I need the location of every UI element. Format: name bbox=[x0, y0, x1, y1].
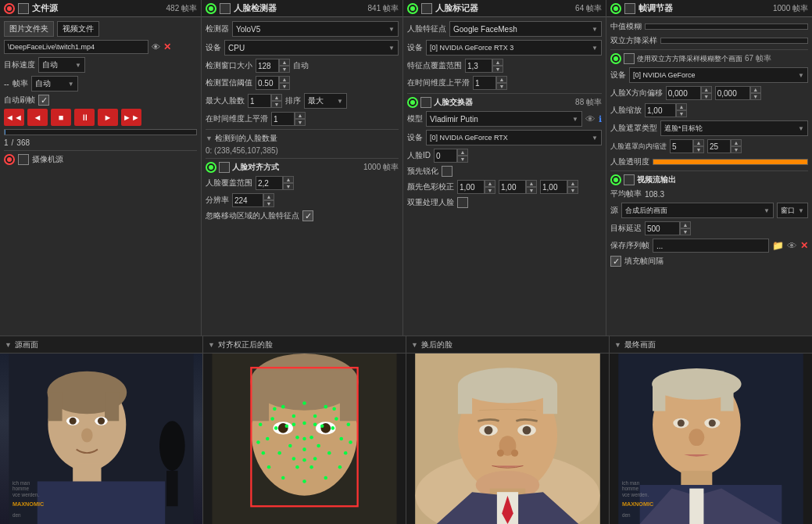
tab-video-file[interactable]: 视频文件 bbox=[57, 21, 99, 37]
stream-power[interactable] bbox=[610, 174, 621, 185]
stream-checkbox[interactable] bbox=[624, 174, 635, 185]
color3-up[interactable]: ▲ bbox=[567, 180, 578, 187]
aligner-checkbox[interactable] bbox=[219, 162, 230, 173]
color3-input[interactable]: 1,00 bbox=[540, 180, 567, 194]
ignore-moving-checkbox[interactable]: ✓ bbox=[302, 210, 313, 221]
save-eye-icon[interactable]: 👁 bbox=[787, 240, 797, 252]
aligner-resolution-down[interactable]: ▼ bbox=[263, 200, 274, 207]
scale-input[interactable]: 1,00 bbox=[645, 103, 676, 117]
file-path-input[interactable]: \DeepFaceLive\twitch1.mp4 bbox=[4, 40, 148, 54]
marker-coverage-down[interactable]: ▼ bbox=[492, 66, 503, 73]
y-offset-input[interactable]: 0,000 bbox=[715, 86, 750, 100]
dual-checkbox[interactable] bbox=[457, 197, 468, 208]
file-source-power[interactable] bbox=[4, 3, 15, 14]
file-eye-icon[interactable]: 👁 bbox=[152, 42, 160, 52]
marker-smooth-input[interactable]: 1 bbox=[473, 76, 496, 90]
window-size-down[interactable]: ▼ bbox=[279, 66, 290, 73]
stream-source-dropdown[interactable]: 合成后的画面 ▼ bbox=[621, 203, 774, 218]
detector-dropdown[interactable]: YoloV5 ▼ bbox=[232, 21, 399, 37]
frame-adjuster-checkbox[interactable] bbox=[624, 3, 635, 14]
threshold-input[interactable]: 0.50 bbox=[256, 76, 279, 90]
progress-bar[interactable] bbox=[4, 129, 197, 135]
marker-smooth-up[interactable]: ▲ bbox=[496, 76, 507, 83]
color1-input[interactable]: 1,00 bbox=[457, 180, 485, 194]
aligner-resolution-input[interactable]: 224 bbox=[232, 193, 263, 207]
aligner-coverage-up[interactable]: ▲ bbox=[283, 176, 294, 183]
border1-up[interactable]: ▲ bbox=[693, 139, 704, 146]
frame-adjuster-power[interactable] bbox=[610, 3, 621, 14]
aligner-coverage-down[interactable]: ▼ bbox=[283, 183, 294, 190]
sort-dropdown[interactable]: 最大 ▼ bbox=[304, 93, 347, 109]
max-faces-input[interactable]: 1 bbox=[248, 94, 271, 108]
delay-down[interactable]: ▼ bbox=[680, 228, 691, 235]
target-speed-dropdown[interactable]: 自动 ▼ bbox=[38, 57, 85, 73]
border2-down[interactable]: ▼ bbox=[731, 146, 742, 153]
pre-sharpen-checkbox[interactable] bbox=[442, 166, 453, 177]
rate-dropdown[interactable]: 自动 ▼ bbox=[31, 76, 78, 92]
tab-image-folder[interactable]: 图片文件夹 bbox=[4, 21, 54, 37]
face-id-up[interactable]: ▲ bbox=[457, 149, 468, 156]
swapper-power[interactable] bbox=[407, 97, 418, 108]
adjuster-device-dropdown[interactable]: [0] NVIDIA GeForce ▼ bbox=[629, 67, 808, 83]
btn-forward-fast[interactable]: ►► bbox=[121, 109, 141, 126]
camera-power[interactable] bbox=[4, 154, 15, 165]
save-close-icon[interactable]: ✕ bbox=[800, 240, 808, 251]
x-offset-up[interactable]: ▲ bbox=[701, 86, 712, 93]
marker-coverage-up[interactable]: ▲ bbox=[492, 59, 503, 66]
aligner-power[interactable] bbox=[206, 162, 216, 173]
window-size-input[interactable]: 128 bbox=[256, 59, 279, 73]
detector-device-dropdown[interactable]: CPU ▼ bbox=[224, 40, 399, 56]
swapper-model-eye[interactable]: 👁 bbox=[585, 113, 596, 125]
smooth-input[interactable]: 1 bbox=[271, 112, 295, 126]
save-folder-icon[interactable]: 📁 bbox=[772, 240, 784, 251]
median-blur-slider[interactable] bbox=[645, 23, 808, 30]
aligner-resolution-up[interactable]: ▲ bbox=[263, 193, 274, 200]
sub-checkbox[interactable] bbox=[624, 53, 635, 64]
border2-input[interactable]: 25 bbox=[707, 139, 731, 153]
swapper-checkbox[interactable] bbox=[420, 97, 431, 108]
color1-up[interactable]: ▲ bbox=[485, 180, 495, 187]
y-offset-down[interactable]: ▼ bbox=[750, 93, 761, 100]
scale-up[interactable]: ▲ bbox=[676, 103, 687, 110]
color3-down[interactable]: ▼ bbox=[567, 187, 578, 194]
threshold-down[interactable]: ▼ bbox=[279, 83, 290, 90]
btn-stop[interactable]: ■ bbox=[51, 109, 71, 126]
border2-up[interactable]: ▲ bbox=[731, 139, 742, 146]
face-id-input[interactable]: 0 bbox=[434, 149, 457, 163]
fill-checkbox[interactable]: ✓ bbox=[610, 256, 621, 267]
face-detector-checkbox[interactable] bbox=[220, 3, 231, 14]
color2-input[interactable]: 1,00 bbox=[499, 180, 526, 194]
face-marker-checkbox[interactable] bbox=[421, 3, 432, 14]
max-faces-down[interactable]: ▼ bbox=[271, 101, 282, 108]
swapper-model-dropdown[interactable]: Vladimir Putin ▼ bbox=[426, 111, 582, 127]
smooth-up[interactable]: ▲ bbox=[295, 112, 306, 119]
btn-rewind-fast[interactable]: ◄◄ bbox=[4, 109, 24, 126]
threshold-up[interactable]: ▲ bbox=[279, 76, 290, 83]
face-marker-power[interactable] bbox=[407, 3, 418, 14]
swapper-device-dropdown[interactable]: [0] NVIDIA GeForce RTX ▼ bbox=[426, 130, 602, 145]
scale-down[interactable]: ▼ bbox=[676, 110, 687, 117]
border1-input[interactable]: 5 bbox=[670, 139, 693, 153]
window-size-up[interactable]: ▲ bbox=[279, 59, 290, 66]
color2-up[interactable]: ▲ bbox=[526, 180, 537, 187]
sub-power[interactable] bbox=[610, 53, 621, 64]
detected-count-toggle[interactable]: ▼ 检测到的人脸数量 bbox=[206, 133, 399, 144]
stream-window-dropdown[interactable]: 窗口 ▼ bbox=[777, 203, 808, 218]
face-id-down[interactable]: ▼ bbox=[457, 156, 468, 163]
save-path-input[interactable]: ... bbox=[653, 239, 769, 253]
bilateral-slider[interactable] bbox=[660, 38, 808, 44]
landmarks-dropdown[interactable]: Google FaceMesh ▼ bbox=[449, 21, 602, 37]
face-type-dropdown[interactable]: 遮脸*目标轮 ▼ bbox=[660, 120, 808, 136]
auto-feed-checkbox[interactable]: ✓ bbox=[38, 95, 49, 106]
color2-down[interactable]: ▼ bbox=[526, 187, 537, 194]
camera-checkbox[interactable] bbox=[18, 154, 29, 165]
max-faces-up[interactable]: ▲ bbox=[271, 94, 282, 101]
x-offset-input[interactable]: 0,000 bbox=[666, 86, 701, 100]
opacity-slider[interactable] bbox=[653, 159, 808, 165]
btn-play[interactable]: ► bbox=[98, 109, 118, 126]
aligner-coverage-input[interactable]: 2,2 bbox=[256, 176, 283, 190]
marker-smooth-down[interactable]: ▼ bbox=[496, 83, 507, 90]
delay-input[interactable]: 500 bbox=[645, 221, 680, 235]
marker-coverage-input[interactable]: 1,3 bbox=[465, 59, 492, 73]
y-offset-up[interactable]: ▲ bbox=[750, 86, 761, 93]
